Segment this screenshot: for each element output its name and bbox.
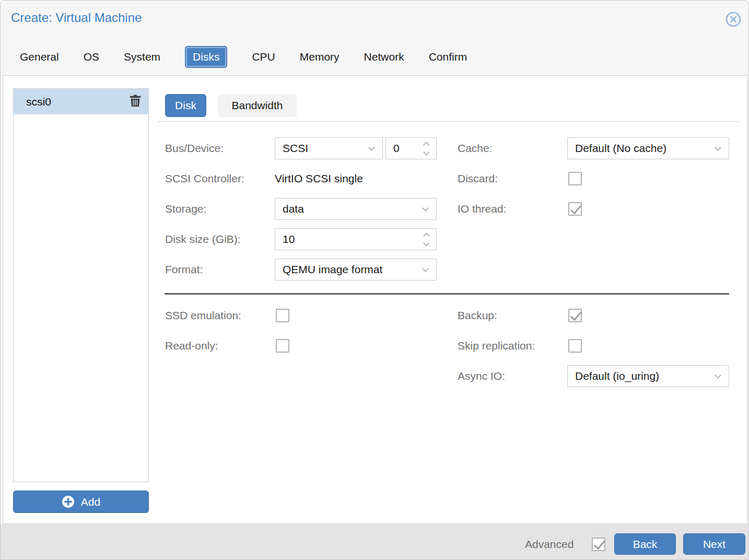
advanced-toggle-label: Advanced [525, 534, 574, 555]
advanced-section-divider [165, 293, 729, 295]
chevron-down-icon [715, 144, 721, 151]
storage-select[interactable]: data [275, 198, 437, 220]
scsi-controller-value: VirtIO SCSI single [275, 168, 363, 190]
next-button[interactable]: Next [683, 533, 745, 555]
tab-memory[interactable]: Memory [300, 51, 340, 63]
subtab-separator [157, 121, 741, 122]
disk-size-label: Disk size (GiB): [165, 228, 241, 250]
add-disk-button[interactable]: Add [13, 491, 149, 513]
tab-confirm[interactable]: Confirm [429, 51, 467, 63]
subtab-disk[interactable]: Disk [165, 94, 206, 117]
async-io-label: Async IO: [458, 365, 505, 387]
discard-checkbox[interactable] [568, 172, 582, 185]
tab-general[interactable]: General [20, 51, 59, 63]
close-icon[interactable] [724, 10, 742, 28]
scsi-controller-label: SCSI Controller: [165, 168, 244, 190]
format-select[interactable]: QEMU image format [275, 259, 437, 281]
chevron-down-icon [422, 205, 429, 212]
tab-system[interactable]: System [124, 51, 160, 63]
read-only-label: Read-only: [165, 335, 218, 357]
dialog-title: Create: Virtual Machine [11, 10, 142, 25]
spinner-up-down-icon[interactable] [423, 232, 430, 247]
add-button-label: Add [81, 496, 100, 508]
io-thread-label: IO thread: [458, 198, 506, 220]
backup-label: Backup: [458, 305, 497, 326]
circle-plus-icon [62, 495, 75, 508]
create-vm-dialog: Create: Virtual Machine General OS Syste… [0, 0, 749, 560]
disk-item-label: scsi0 [26, 96, 130, 108]
format-label: Format: [165, 259, 203, 281]
tab-os[interactable]: OS [84, 51, 99, 63]
disk-list-item-scsi0[interactable]: scsi0 [14, 89, 148, 114]
bus-device-label: Bus/Device: [165, 137, 224, 159]
bus-select[interactable]: SCSI [275, 137, 383, 159]
tab-cpu[interactable]: CPU [252, 51, 275, 63]
trash-icon[interactable] [130, 95, 141, 109]
spinner-up-down-icon[interactable] [423, 142, 430, 156]
skip-replication-label: Skip replication: [458, 335, 535, 357]
async-io-select[interactable]: Default (io_uring) [567, 365, 729, 387]
storage-label: Storage: [165, 198, 206, 220]
subtab-bandwidth[interactable]: Bandwidth [218, 94, 297, 117]
io-thread-checkbox[interactable] [568, 202, 582, 216]
disk-size-stepper[interactable]: 10 [275, 228, 437, 250]
ssd-emulation-label: SSD emulation: [165, 305, 241, 326]
backup-checkbox[interactable] [568, 309, 582, 322]
cache-label: Cache: [458, 137, 493, 159]
wizard-tab-bar: General OS System Disks CPU Memory Netwo… [20, 45, 467, 68]
ssd-emulation-checkbox[interactable] [276, 309, 289, 322]
back-button[interactable]: Back [614, 533, 676, 555]
disk-list: scsi0 [13, 88, 149, 482]
cache-select[interactable]: Default (No cache) [567, 137, 729, 159]
advanced-checkbox[interactable] [592, 538, 605, 551]
tab-network[interactable]: Network [364, 51, 404, 63]
read-only-checkbox[interactable] [276, 339, 289, 353]
chevron-down-icon [715, 372, 721, 379]
chevron-down-icon [422, 265, 429, 272]
device-number-stepper[interactable]: 0 [385, 137, 437, 159]
chevron-down-icon [368, 144, 375, 151]
skip-replication-checkbox[interactable] [568, 339, 582, 353]
tab-disks[interactable]: Disks [185, 46, 227, 68]
discard-label: Discard: [458, 168, 498, 190]
